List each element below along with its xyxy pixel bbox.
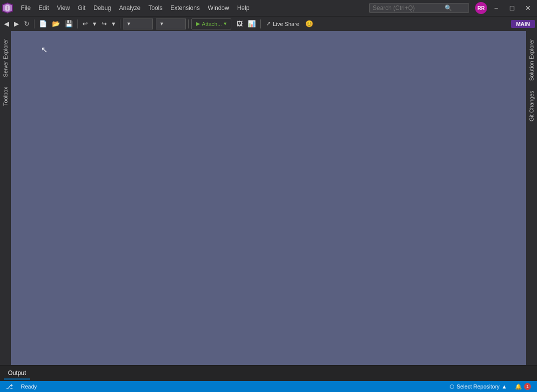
chevron-down-icon-2: ▾ xyxy=(160,20,163,27)
bell-icon: 🔔 xyxy=(515,384,522,390)
separator-1 xyxy=(34,19,34,28)
status-select-repository[interactable]: ⬡ Select Repository ▲ xyxy=(448,381,509,392)
separator-5 xyxy=(260,19,261,28)
share-icon: ↗ xyxy=(266,20,271,27)
open-file-button[interactable]: 📂 xyxy=(50,18,62,29)
repository-icon: ⬡ xyxy=(450,384,455,390)
redo-dropdown[interactable]: ▾ xyxy=(110,18,117,29)
play-icon: ▶ xyxy=(196,20,200,27)
cursor-indicator: ↖ xyxy=(41,45,47,54)
search-input[interactable] xyxy=(373,4,443,11)
attach-dropdown-icon: ▾ xyxy=(224,20,227,27)
menu-git[interactable]: Git xyxy=(74,2,89,13)
repository-chevron-icon: ▲ xyxy=(502,384,507,390)
forward-button[interactable]: ▶ xyxy=(12,18,21,29)
notification-count: 1 xyxy=(524,383,531,390)
menu-bar: File Edit View Git Debug Analyze Tools E… xyxy=(17,2,363,13)
menu-help[interactable]: Help xyxy=(233,2,254,13)
status-bar: ⎇ Ready ⬡ Select Repository ▲ 🔔 1 xyxy=(0,381,537,392)
search-icon: 🔍 xyxy=(445,4,452,11)
new-file-button[interactable]: 📄 xyxy=(37,18,49,29)
separator-2 xyxy=(77,19,78,28)
left-sidebar: Server Explorer Toolbox xyxy=(0,31,11,365)
git-icon: ⎇ xyxy=(6,383,13,390)
menu-analyze[interactable]: Analyze xyxy=(115,2,145,13)
status-notifications[interactable]: 🔔 1 xyxy=(513,381,533,392)
menu-debug[interactable]: Debug xyxy=(89,2,115,13)
attach-label: Attach... xyxy=(202,21,222,27)
menu-extensions[interactable]: Extensions xyxy=(166,2,204,13)
search-box[interactable]: 🔍 xyxy=(369,3,469,13)
separator-4 xyxy=(188,19,189,28)
main-content: Server Explorer Toolbox ↖ Solution Explo… xyxy=(0,31,537,365)
app-logo xyxy=(2,2,13,13)
restore-button[interactable]: □ xyxy=(505,1,519,15)
title-actions: RR − □ ✕ xyxy=(475,1,535,15)
status-ready[interactable]: Ready xyxy=(19,381,39,392)
repository-label: Select Repository xyxy=(457,384,500,390)
screenshot-button[interactable]: 🖼 xyxy=(234,18,245,29)
ready-label: Ready xyxy=(21,384,37,390)
chevron-down-icon-1: ▾ xyxy=(127,20,130,27)
editor-area: ↖ xyxy=(11,31,526,365)
output-tab[interactable]: Output xyxy=(4,368,30,380)
live-share-button[interactable]: ↗ Live Share xyxy=(263,19,302,28)
target-dropdown-2[interactable]: ▾ xyxy=(156,18,186,29)
undo-button[interactable]: ↩ xyxy=(80,18,90,29)
refresh-button[interactable]: ↻ xyxy=(22,18,31,29)
main-badge: MAIN xyxy=(511,20,535,28)
back-button[interactable]: ◀ xyxy=(2,18,11,29)
separator-3 xyxy=(120,19,120,28)
right-sidebar: Solution Explorer Git Changes xyxy=(526,31,537,365)
svg-rect-3 xyxy=(6,6,8,7)
undo-dropdown[interactable]: ▾ xyxy=(91,18,98,29)
performance-button[interactable]: 📊 xyxy=(246,18,258,29)
redo-button[interactable]: ↪ xyxy=(99,18,109,29)
live-share-label: Live Share xyxy=(273,21,299,27)
sidebar-item-server-explorer[interactable]: Server Explorer xyxy=(0,35,10,81)
toolbar: ◀ ▶ ↻ 📄 📂 💾 ↩ ▾ ↪ ▾ ▾ ▾ ▶ Attach... ▾ 🖼 … xyxy=(0,16,537,31)
title-bar: File Edit View Git Debug Analyze Tools E… xyxy=(0,0,537,16)
menu-view[interactable]: View xyxy=(53,2,74,13)
user-avatar[interactable]: RR xyxy=(475,2,487,14)
menu-window[interactable]: Window xyxy=(204,2,233,13)
minimize-button[interactable]: − xyxy=(489,1,503,15)
sidebar-item-solution-explorer[interactable]: Solution Explorer xyxy=(527,35,537,85)
svg-rect-4 xyxy=(6,8,8,9)
menu-edit[interactable]: Edit xyxy=(34,2,53,13)
sidebar-item-toolbox[interactable]: Toolbox xyxy=(0,83,10,110)
feedback-button[interactable]: 😊 xyxy=(303,18,315,29)
menu-file[interactable]: File xyxy=(17,2,34,13)
close-button[interactable]: ✕ xyxy=(521,1,535,15)
output-panel: Output xyxy=(0,365,537,381)
status-git[interactable]: ⎇ xyxy=(4,381,15,392)
save-all-button[interactable]: 💾 xyxy=(63,18,75,29)
svg-rect-2 xyxy=(5,5,9,10)
menu-tools[interactable]: Tools xyxy=(144,2,166,13)
attach-button[interactable]: ▶ Attach... ▾ xyxy=(191,18,231,29)
target-dropdown-1[interactable]: ▾ xyxy=(123,18,153,29)
sidebar-item-git-changes[interactable]: Git Changes xyxy=(527,87,537,125)
